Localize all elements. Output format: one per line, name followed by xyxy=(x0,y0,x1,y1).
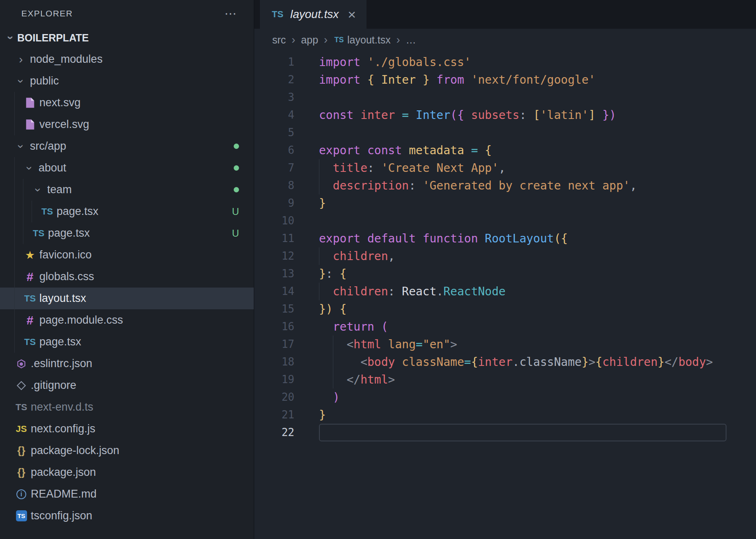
code-line[interactable]: 21} xyxy=(254,406,756,424)
code-line[interactable]: 11export default function RootLayout({ xyxy=(254,230,756,247)
code-token: : xyxy=(367,161,381,175)
more-actions-icon[interactable]: ⋯ xyxy=(225,7,237,20)
file-label: next.svg xyxy=(39,96,81,109)
file-label: README.md xyxy=(31,488,97,500)
file-label: about xyxy=(39,162,66,174)
code-token xyxy=(374,73,381,87)
code-line[interactable]: 14 children: React.ReactNode xyxy=(254,283,756,300)
line-number: 13 xyxy=(254,265,294,283)
code-line[interactable]: 17 <html lang="en"> xyxy=(254,336,756,353)
code-line[interactable]: 22 xyxy=(254,424,756,441)
tree-file-readme-md[interactable]: iREADME.md xyxy=(0,483,254,505)
file-label: vercel.svg xyxy=(39,118,89,131)
code-editor[interactable]: 1import './globals.css'2import { Inter }… xyxy=(254,51,756,539)
workspace-section-header[interactable]: › BOILERPLATE xyxy=(0,27,254,48)
line-number: 12 xyxy=(254,247,294,265)
code-line[interactable]: 7 title: 'Create Next App', xyxy=(254,159,756,177)
code-token: = xyxy=(471,144,478,157)
tree-file-gitignore[interactable]: .gitignore xyxy=(0,375,254,396)
code-line[interactable]: 3 xyxy=(254,89,756,106)
git-modified-dot xyxy=(234,165,239,171)
tree-file-page-tsx[interactable]: TSpage.tsx xyxy=(0,331,254,353)
code-line[interactable]: 13}: { xyxy=(254,265,756,283)
chevron-down-icon[interactable]: › xyxy=(24,162,35,175)
tree-file-favicon-ico[interactable]: ★favicon.ico xyxy=(0,244,254,266)
code-line[interactable]: 6export const metadata = { xyxy=(254,142,756,159)
line-number: 21 xyxy=(254,406,294,424)
code-token xyxy=(319,179,333,192)
breadcrumb-label: layout.tsx xyxy=(347,34,391,46)
js-icon: JS xyxy=(14,424,28,434)
tree-file-page-tsx[interactable]: TSpage.tsxU xyxy=(0,222,254,244)
tab-layout-tsx[interactable]: TS layout.tsx × xyxy=(260,0,367,29)
tree-file-package-lock-json[interactable]: {}package-lock.json xyxy=(0,440,254,461)
code-line[interactable]: 10 xyxy=(254,212,756,230)
line-number: 19 xyxy=(254,371,294,388)
close-icon[interactable]: × xyxy=(348,7,356,21)
code-line[interactable]: 2import { Inter } from 'next/font/google… xyxy=(254,71,756,89)
code-token: import xyxy=(319,55,360,69)
line-number: 14 xyxy=(254,283,294,300)
code-token: export xyxy=(319,144,360,157)
tab-bar: TS layout.tsx × xyxy=(254,0,756,29)
breadcrumb-item[interactable]: src xyxy=(272,34,286,46)
code-token: html xyxy=(353,338,381,351)
breadcrumb-item[interactable]: TSlayout.tsx xyxy=(333,34,391,46)
tree-folder-team[interactable]: ›team xyxy=(0,179,254,201)
code-line[interactable]: 8 description: 'Generated by create next… xyxy=(254,177,756,194)
chevron-right-icon[interactable]: › xyxy=(14,54,27,65)
tree-folder-public[interactable]: ›public xyxy=(0,70,254,92)
code-line[interactable]: 5 xyxy=(254,124,756,142)
tree-file-layout-tsx[interactable]: TSlayout.tsx xyxy=(0,288,254,309)
line-number: 11 xyxy=(254,230,294,247)
code-line[interactable]: 18 <body className={inter.className}>{ch… xyxy=(254,353,756,371)
tree-folder-src-app[interactable]: ›src/app xyxy=(0,135,254,157)
code-token: lang xyxy=(388,338,416,351)
code-line[interactable]: 1import './globals.css' xyxy=(254,53,756,71)
tree-file-eslintrc-json[interactable]: .eslintrc.json xyxy=(0,353,254,375)
tree-file-page-module-css[interactable]: #page.module.css xyxy=(0,309,254,331)
code-line[interactable]: 4const inter = Inter({ subsets: ['latin'… xyxy=(254,106,756,124)
tree-file-next-config-js[interactable]: JSnext.config.js xyxy=(0,418,254,440)
tree-file-tsconfig-json[interactable]: TStsconfig.json xyxy=(0,505,254,527)
breadcrumb-item[interactable]: app xyxy=(301,34,318,46)
file-label: layout.tsx xyxy=(39,292,86,305)
chevron-down-icon[interactable]: › xyxy=(32,183,44,196)
code-line[interactable]: 20 ) xyxy=(254,388,756,406)
code-token: : xyxy=(409,179,423,192)
tree-file-next-env-d-ts[interactable]: TSnext-env.d.ts xyxy=(0,396,254,418)
code-token: 'next/font/google' xyxy=(471,73,595,87)
ts-icon: TS xyxy=(271,9,285,20)
tree-file-next-svg[interactable]: next.svg xyxy=(0,92,254,114)
code-token: { xyxy=(340,302,347,316)
breadcrumb-item[interactable]: … xyxy=(406,34,416,46)
code-line[interactable]: 19 </html> xyxy=(254,371,756,388)
ts-icon: TS xyxy=(23,293,37,304)
tree-folder-about[interactable]: ›about xyxy=(0,157,254,179)
code-line[interactable]: 9} xyxy=(254,194,756,212)
code-line[interactable]: 12 children, xyxy=(254,247,756,265)
code-line[interactable]: 15}) { xyxy=(254,300,756,318)
chevron-right-icon: › xyxy=(324,34,328,46)
code-token: , xyxy=(388,249,395,263)
tree-folder-node-modules[interactable]: ›node_modules xyxy=(0,48,254,70)
line-number: 5 xyxy=(254,124,294,142)
chevron-down-icon[interactable]: › xyxy=(15,75,27,88)
code-token: } xyxy=(423,73,430,87)
code-token: : xyxy=(388,285,402,298)
code-token xyxy=(360,144,367,157)
git-modified-dot xyxy=(234,144,239,149)
explorer-title: EXPLORER xyxy=(21,9,73,18)
tree-file-package-json[interactable]: {}package.json xyxy=(0,461,254,483)
info-icon: i xyxy=(14,489,28,499)
code-token xyxy=(319,285,333,298)
git-modified-dot xyxy=(234,187,239,192)
tree-file-page-tsx[interactable]: TSpage.tsxU xyxy=(0,201,254,222)
code-line[interactable]: 16 return ( xyxy=(254,318,756,336)
tree-file-globals-css[interactable]: #globals.css xyxy=(0,266,254,288)
code-token: ({ xyxy=(450,108,464,122)
tree-file-vercel-svg[interactable]: vercel.svg xyxy=(0,114,254,135)
code-token xyxy=(319,161,333,175)
chevron-down-icon[interactable]: › xyxy=(15,140,27,153)
code-token xyxy=(409,108,416,122)
